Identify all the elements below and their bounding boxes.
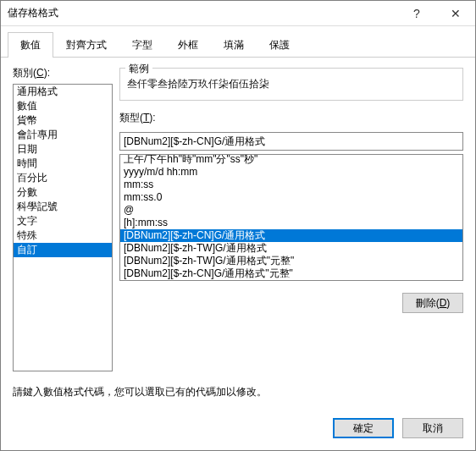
tab-2[interactable]: 字型 (119, 32, 165, 58)
category-item[interactable]: 會計專用 (14, 128, 112, 142)
category-item[interactable]: 數值 (14, 99, 112, 113)
tab-5[interactable]: 保護 (257, 32, 302, 58)
tab-4[interactable]: 填滿 (211, 32, 257, 58)
sample-legend: 範例 (125, 62, 152, 76)
sample-text: 叁仟零叁拾陸万玖仟柒佰伍拾柒 (127, 77, 456, 91)
format-item[interactable]: [DBNum2][$-zh-TW]G/通用格式"元整" (120, 255, 462, 267)
titlebar: 儲存格格式 ? ✕ (1, 1, 475, 26)
dialog-footer: 確定 取消 (1, 406, 475, 450)
tab-3[interactable]: 外框 (165, 32, 211, 58)
category-item[interactable]: 時間 (14, 157, 112, 171)
category-item[interactable]: 分數 (14, 185, 112, 200)
category-item[interactable]: 貨幣 (14, 113, 112, 128)
category-item[interactable]: 自訂 (14, 243, 112, 257)
help-button[interactable]: ? (397, 1, 436, 26)
format-item[interactable]: mm:ss.0 (120, 191, 462, 204)
ok-button[interactable]: 確定 (333, 418, 394, 438)
category-item[interactable]: 文字 (14, 214, 112, 228)
window-title: 儲存格格式 (8, 6, 397, 20)
category-item[interactable]: 科學記號 (14, 200, 112, 214)
category-item[interactable]: 特殊 (14, 228, 112, 243)
format-item[interactable]: [h]:mm:ss (120, 217, 462, 229)
cancel-button[interactable]: 取消 (402, 418, 463, 438)
tab-0[interactable]: 數值 (8, 32, 53, 58)
format-item[interactable]: @ (120, 204, 462, 217)
tab-1[interactable]: 對齊方式 (53, 32, 119, 58)
format-item[interactable]: [DBNum2][$-zh-CN]G/通用格式"元整" (120, 267, 462, 280)
category-listbox[interactable]: 通用格式數值貨幣會計專用日期時間百分比分數科學記號文字特殊自訂 (13, 84, 113, 371)
format-item[interactable]: [DBNum2][$-zh-CN]G/通用格式 (120, 229, 462, 242)
format-item[interactable]: mm:ss (120, 179, 462, 191)
close-button[interactable]: ✕ (436, 1, 475, 26)
format-item[interactable]: [DBNum2][$-zh-TW]G/通用格式 (120, 242, 462, 255)
tab-strip: 數值對齊方式字型外框填滿保護 (1, 26, 475, 58)
format-cells-dialog: 儲存格格式 ? ✕ 數值對齊方式字型外框填滿保護 類別(C): 通用格式數值貨幣… (0, 0, 476, 451)
content-area: 類別(C): 通用格式數值貨幣會計專用日期時間百分比分數科學記號文字特殊自訂 範… (1, 58, 475, 406)
category-item[interactable]: 通用格式 (14, 85, 112, 99)
category-item[interactable]: 日期 (14, 142, 112, 157)
delete-button[interactable]: 刪除(D) (402, 293, 463, 313)
type-input[interactable] (119, 132, 463, 151)
format-item[interactable]: yyyy/m/d hh:mm (120, 166, 462, 179)
category-label: 類別(C): (13, 66, 113, 80)
category-item[interactable]: 百分比 (14, 171, 112, 185)
sample-fieldset: 範例 叁仟零叁拾陸万玖仟柒佰伍拾柒 (119, 68, 463, 101)
format-item[interactable]: 上午/下午hh"時"mm"分"ss"秒" (120, 154, 462, 166)
type-label: 類型(T): (119, 111, 463, 125)
format-listbox[interactable]: 上午/下午hh"時"mm"分"上午/下午hh"時"mm"分"ss"秒"yyyy/… (119, 154, 463, 281)
hint-text: 請鍵入數值格式代碼，您可以選取已有的代碼加以修改。 (13, 385, 463, 399)
